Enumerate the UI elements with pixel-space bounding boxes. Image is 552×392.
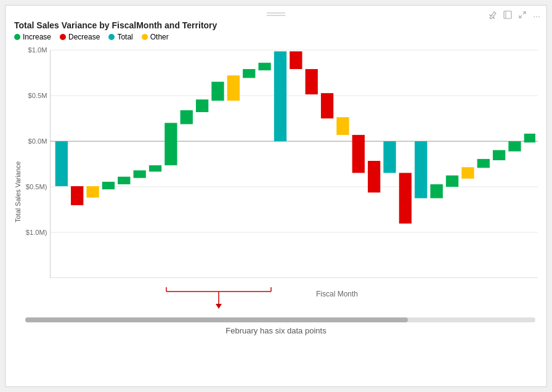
legend-label-decrease: Decrease <box>68 33 100 41</box>
bar-wv3-decrease <box>321 93 333 118</box>
chart-title: Total Sales Variance by FiscalMonth and … <box>14 20 538 30</box>
legend-dot-decrease <box>60 34 66 40</box>
chart-inner: $1.0M $0.5M $0.0M ($0.5M) ($1.0M) <box>25 44 538 315</box>
bar-pa5-increase <box>508 141 521 151</box>
bar-va1-increase <box>149 165 161 171</box>
bar-other2-other <box>227 75 240 100</box>
legend-label-other: Other <box>150 33 169 41</box>
bar-oh-decrease <box>71 186 83 205</box>
bar-va2-increase <box>477 159 490 168</box>
expand-icon[interactable] <box>518 10 527 21</box>
svg-text:$0.5M: $0.5M <box>28 92 47 99</box>
bar-feb-increase <box>164 123 177 165</box>
y-axis-label: Total Sales Variance <box>14 44 25 315</box>
chart-card: ··· Total Sales Variance by FiscalMonth … <box>5 5 547 387</box>
bracket-svg: Fiscal Month <box>25 278 538 315</box>
bar-nc1-increase <box>102 182 115 189</box>
bar-oh3-decrease <box>352 135 365 173</box>
chart-svg: $1.0M $0.5M $0.0M ($0.5M) ($1.0M) <box>25 44 538 278</box>
bar-oh4-total <box>415 141 427 198</box>
bar-pa2-increase <box>181 110 193 125</box>
bar-pa1-increase <box>118 177 130 184</box>
bottom-annotation: February has six data points <box>14 326 538 335</box>
svg-text:($0.5M): ($0.5M) <box>25 183 47 190</box>
annotation-text: February has six data points <box>225 326 326 335</box>
bar-may-increase <box>493 150 505 160</box>
svg-text:$0.0M: $0.0M <box>28 137 47 145</box>
bar-wv1-increase <box>134 170 146 178</box>
svg-marker-55 <box>216 304 222 309</box>
bar-nc3-decrease <box>306 69 318 94</box>
more-options-icon[interactable]: ··· <box>533 11 540 21</box>
bar-md2-decrease <box>290 51 302 69</box>
card-toolbar: ··· <box>489 10 540 21</box>
focus-mode-icon[interactable] <box>503 10 512 21</box>
legend-dot-total <box>108 34 115 40</box>
bar-pa3-decrease <box>368 161 380 192</box>
bar-other4-increase <box>446 176 458 187</box>
svg-rect-2 <box>504 11 511 18</box>
bar-jan-total <box>55 141 68 186</box>
legend-dot-increase <box>14 34 20 40</box>
chart-area: Total Sales Variance $1.0M $0.5M $0.0M (… <box>14 44 538 315</box>
legend-label-increase: Increase <box>23 33 51 41</box>
bar-wv4-increase <box>430 184 442 198</box>
svg-text:Fiscal Month: Fiscal Month <box>316 290 358 298</box>
bar-apr-total <box>383 141 396 173</box>
bar-other3-other <box>336 117 349 135</box>
svg-text:$1.0M: $1.0M <box>28 46 47 54</box>
bar-wv2-increase <box>211 82 224 101</box>
chart-legend: Increase Decrease Total Other <box>14 33 538 41</box>
legend-item-other: Other <box>142 33 169 41</box>
pin-icon[interactable] <box>489 10 497 21</box>
bar-md3-increase <box>524 134 535 142</box>
legend-label-total: Total <box>117 33 132 41</box>
annotation-area: Fiscal Month <box>25 278 538 315</box>
bar-nc4-other <box>461 167 474 178</box>
scrollbar-area[interactable] <box>14 317 538 322</box>
drag-handle[interactable] <box>267 9 285 18</box>
bar-mar-total <box>274 51 286 141</box>
legend-item-total: Total <box>108 33 132 41</box>
scrollbar-track[interactable] <box>25 317 535 322</box>
bar-oh2-increase <box>196 99 208 112</box>
legend-dot-other <box>142 34 148 40</box>
bar-md1-increase <box>258 63 270 70</box>
svg-text:($1.0M): ($1.0M) <box>25 229 47 236</box>
bar-other1-other <box>86 186 99 197</box>
legend-item-decrease: Decrease <box>60 33 100 41</box>
legend-item-increase: Increase <box>14 33 51 41</box>
scrollbar-thumb[interactable] <box>25 317 408 322</box>
bar-nc2-increase <box>243 69 255 78</box>
bar-pa4-decrease <box>399 173 412 224</box>
